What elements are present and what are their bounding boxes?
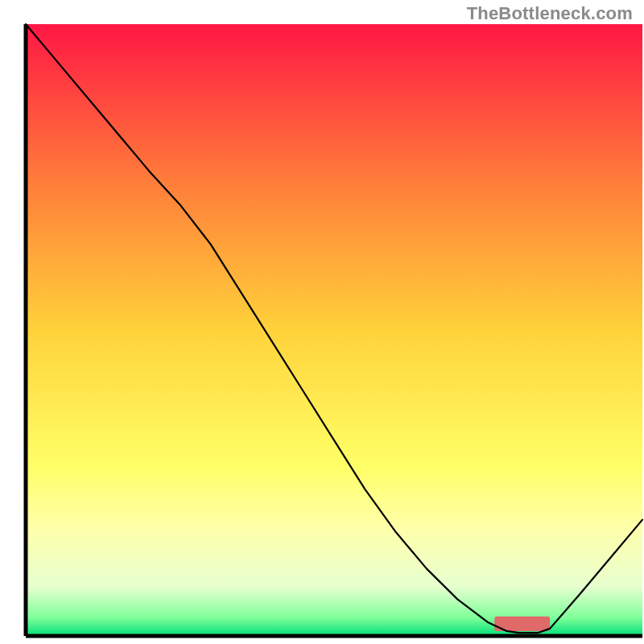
watermark-text: TheBottleneck.com	[467, 3, 633, 24]
plot-background	[26, 24, 642, 636]
chart-svg	[0, 0, 644, 644]
chart-stage: TheBottleneck.com	[0, 0, 644, 644]
